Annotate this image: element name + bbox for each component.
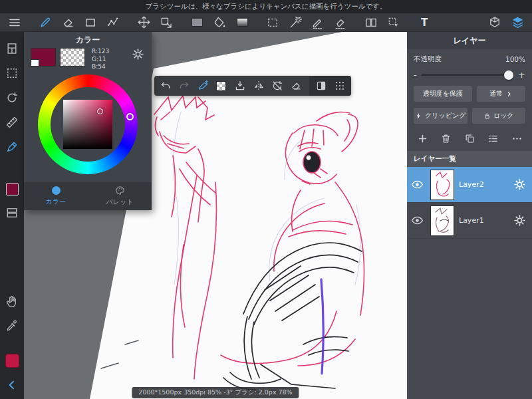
clipping-button[interactable]: クリッピング: [414, 108, 467, 124]
page-panel-icon[interactable]: [5, 41, 19, 56]
layer-menu-list-icon[interactable]: [487, 132, 500, 145]
rgb-b-value: B:54: [92, 63, 109, 71]
layer2-settings-gear-icon[interactable]: [512, 178, 527, 192]
background-color-swatch[interactable]: [31, 59, 39, 66]
saturation-value-square[interactable]: [63, 100, 112, 149]
select-pen-icon[interactable]: [309, 15, 327, 31]
layer2-thumbnail[interactable]: [430, 170, 454, 200]
lock-button[interactable]: ロック: [472, 108, 526, 124]
clear-canvas-icon[interactable]: [289, 80, 302, 92]
left-sidebar: [0, 32, 24, 399]
move-tool-icon[interactable]: [135, 15, 152, 31]
flip-horizontal-icon[interactable]: [252, 80, 265, 92]
tool-hint-text: ブラシツールは、様々なブラシによりキャンバスに描画を行うツールです。: [145, 2, 386, 11]
opacity-slider-knob[interactable]: [504, 70, 513, 80]
hand-tool-icon[interactable]: [5, 294, 19, 309]
canvas-status-bar: 2000*1500px 350dpi 85% -3° ブラシ: 2.0px 78…: [132, 387, 299, 398]
tab-color-label: カラー: [46, 197, 66, 206]
main-toolbar: T: [0, 13, 532, 32]
redo-icon[interactable]: [178, 80, 190, 92]
opacity-label: 不透明度: [414, 55, 442, 64]
color-wheel[interactable]: [38, 74, 138, 174]
palette-icon: [115, 186, 125, 196]
hue-marker[interactable]: [126, 113, 134, 120]
layer-list-header: レイヤー一覧: [407, 151, 532, 167]
save-icon[interactable]: [233, 80, 246, 92]
gradient-tool-icon[interactable]: [233, 15, 251, 31]
quickbar-extra-group: [309, 76, 351, 96]
text-tool-icon[interactable]: T: [416, 15, 433, 31]
duplicate-layer-icon[interactable]: [463, 132, 476, 145]
workspace: 2000*1500px 350dpi 85% -3° ブラシ: 2.0px 78…: [0, 32, 532, 399]
color-panel-title: カラー: [24, 32, 152, 48]
layer2-name: Layer2: [459, 180, 484, 189]
text-tool-label: T: [421, 17, 428, 29]
chevron-right-icon: [505, 90, 513, 98]
back-arrow-icon[interactable]: [5, 378, 19, 392]
deselect-icon[interactable]: [385, 15, 402, 31]
layers-panel-icon[interactable]: [509, 15, 526, 31]
layer1-settings-gear-icon[interactable]: [512, 213, 527, 228]
layer2-visibility-eye-icon[interactable]: [408, 176, 426, 194]
airbrush-tool-icon[interactable]: [5, 140, 19, 154]
delete-layer-icon[interactable]: [440, 132, 453, 145]
tab-color[interactable]: カラー: [24, 182, 88, 210]
current-color-swatch[interactable]: [6, 183, 19, 196]
opacity-slider[interactable]: [422, 74, 513, 76]
eraser-tool-icon[interactable]: [59, 15, 76, 31]
drag-handle-dots-icon[interactable]: [333, 80, 346, 92]
add-layer-icon[interactable]: [416, 132, 429, 145]
more-options-icon[interactable]: [510, 132, 523, 145]
shape-tool-icon[interactable]: [82, 15, 99, 31]
brush-color-chip[interactable]: [5, 354, 19, 368]
menu-icon[interactable]: [6, 15, 23, 31]
opacity-plus-button[interactable]: +: [518, 70, 525, 80]
snap-brush-icon[interactable]: [196, 80, 209, 92]
transparent-bg-icon[interactable]: [215, 80, 227, 92]
color-settings-gear-icon[interactable]: [132, 48, 145, 61]
undo-icon[interactable]: [159, 80, 172, 92]
magic-wand-icon[interactable]: [287, 15, 304, 31]
canvas-status-text: 2000*1500px 350dpi 85% -3° ブラシ: 2.0px 78…: [138, 388, 292, 396]
eyedropper-icon[interactable]: [5, 319, 19, 333]
layer1-thumbnail[interactable]: [430, 205, 454, 236]
ruler-icon[interactable]: [5, 115, 19, 130]
layer-row-layer2[interactable]: Layer2: [407, 167, 532, 203]
blend-mode-button[interactable]: 通常: [477, 86, 525, 102]
rotate-view-icon[interactable]: [5, 90, 19, 105]
material-icon[interactable]: [486, 15, 503, 31]
layer1-name: Layer1: [459, 216, 484, 225]
lightning-icon: [415, 112, 422, 120]
opacity-minus-button[interactable]: -: [414, 70, 417, 80]
layers-panel-title: レイヤー: [407, 32, 532, 49]
sv-marker[interactable]: [97, 108, 103, 114]
layer-list-icon[interactable]: [5, 205, 19, 220]
tab-palette[interactable]: パレット: [88, 182, 152, 210]
color-panel-tabs: カラー パレット: [24, 182, 152, 210]
color-panel: カラー R:123 G:11 B:54 カラー パレ: [24, 32, 152, 210]
bucket-tool-icon[interactable]: [211, 15, 228, 31]
polyline-tool-icon[interactable]: [104, 15, 122, 31]
tab-palette-label: パレット: [106, 198, 134, 207]
rgb-r-value: R:123: [92, 48, 109, 56]
select-eraser-icon[interactable]: [332, 15, 349, 31]
layer1-visibility-eye-icon[interactable]: [408, 212, 426, 229]
transparent-color-swatch[interactable]: [60, 48, 85, 66]
transform-tool-icon[interactable]: [158, 15, 175, 31]
lock-icon: [483, 112, 491, 120]
brush-tool-icon[interactable]: [37, 15, 54, 31]
rgb-g-value: G:11: [92, 56, 109, 64]
foreground-color-swatch[interactable]: [31, 48, 56, 66]
layers-panel: レイヤー 不透明度 100% - + 透明度を保護 通常: [407, 32, 532, 399]
color-wheel-icon: [52, 186, 61, 195]
selection-panel-icon[interactable]: [5, 66, 19, 80]
fill-color-swatch[interactable]: [188, 15, 205, 31]
invert-view-icon[interactable]: [315, 80, 327, 92]
layer-row-layer1[interactable]: Layer1: [407, 203, 532, 239]
select-marquee-icon[interactable]: [264, 15, 281, 31]
tool-hint-bar: ブラシツールは、様々なブラシによりキャンバスに描画を行うツールです。: [0, 0, 532, 13]
canvas-quickbar: [154, 76, 351, 96]
rotate-disabled-icon[interactable]: [271, 80, 283, 92]
protect-alpha-button[interactable]: 透明度を保護: [414, 86, 472, 102]
divide-canvas-icon[interactable]: [362, 15, 380, 31]
